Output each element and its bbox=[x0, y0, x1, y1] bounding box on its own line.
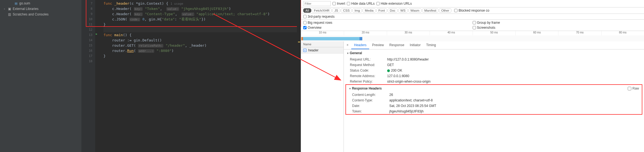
timeline-bars bbox=[301, 35, 644, 41]
section-response-headers-title[interactable]: Response Headers Raw bbox=[346, 85, 642, 92]
doc-icon: ≡ bbox=[303, 49, 307, 52]
scratch-icon: ▥ bbox=[7, 12, 12, 17]
group-by-frame-checkbox[interactable]: Group by frame bbox=[473, 21, 642, 25]
editor-gutter: 7 8 9 10 11 12 13 14 15 16 17 18 bbox=[81, 0, 95, 152]
tab-initiator[interactable]: Initiator bbox=[407, 41, 423, 49]
request-row-header[interactable]: ≡ header bbox=[301, 47, 344, 54]
tab-response[interactable]: Response bbox=[387, 41, 407, 49]
file-go-icon: ▤ bbox=[14, 1, 18, 6]
line-number: 15 bbox=[81, 43, 92, 48]
type-pill-css[interactable]: CSS bbox=[341, 8, 352, 13]
section-response-headers: Content-Length:26 Content-Type:applicati… bbox=[346, 92, 642, 114]
hide-data-urls-checkbox[interactable]: Hide data URLs bbox=[347, 2, 375, 6]
type-pill-font[interactable]: Font bbox=[376, 8, 387, 13]
library-icon: ▣ bbox=[7, 7, 12, 11]
timeline-bar bbox=[360, 37, 362, 40]
filter-input[interactable] bbox=[303, 1, 331, 6]
devtools-3rdparty-row: 3rd-party requests bbox=[301, 14, 644, 20]
code-editor[interactable]: 7 8 9 10 11 12 13 14 15 16 17 18 ▶ func … bbox=[81, 0, 301, 152]
code-line: c.Header( key: "Token", value: "jhgeu%hs… bbox=[103, 6, 297, 11]
editor-scrollbar[interactable] bbox=[297, 0, 301, 152]
type-pill-doc[interactable]: Doc bbox=[388, 8, 398, 13]
close-icon[interactable]: × bbox=[344, 41, 351, 49]
code-line: } bbox=[103, 53, 297, 59]
kv-row: Token:jhgeu%hsg845jUIF83jh bbox=[346, 109, 642, 114]
kv-row: Content-Length:26 bbox=[346, 92, 642, 98]
type-pill-other[interactable]: Other bbox=[439, 8, 451, 13]
code-line: router.Run( addr...: ":8080") bbox=[103, 48, 297, 53]
code-line: func main() { bbox=[103, 32, 297, 38]
code-line: } bbox=[103, 22, 297, 27]
section-general: Request URL:http://127.0.0.1:8080/header… bbox=[344, 57, 644, 84]
code-line bbox=[103, 59, 297, 64]
code-line bbox=[103, 27, 297, 32]
big-request-rows-checkbox[interactable]: Big request rows bbox=[303, 21, 473, 25]
kv-row: Date:Sat, 28 Oct 2023 08:25:54 GMT bbox=[346, 103, 642, 109]
devtools-body: Name ≡ header × Headers Preview Response… bbox=[301, 41, 644, 152]
devtools-panel: Invert Hide data URLs Hide extension URL… bbox=[301, 0, 644, 152]
line-number: 12 bbox=[81, 27, 92, 32]
line-number: 11 bbox=[81, 22, 92, 27]
tree-item-label: Scratches and Consoles bbox=[13, 12, 49, 16]
line-number: 16 bbox=[81, 48, 92, 53]
devtools-filter-bar: Invert Hide data URLs Hide extension URL… bbox=[301, 0, 644, 7]
hide-ext-urls-checkbox[interactable]: Hide extension URLs bbox=[376, 2, 412, 6]
tree-item-go-sum[interactable]: ▤ go.sum bbox=[0, 1, 81, 6]
timeline-bar bbox=[303, 37, 360, 40]
thirdparty-checkbox[interactable]: 3rd-party requests bbox=[303, 15, 334, 19]
invert-checkbox[interactable]: Invert bbox=[332, 2, 345, 6]
tab-timing[interactable]: Timing bbox=[423, 41, 439, 49]
raw-checkbox[interactable]: Raw bbox=[628, 87, 639, 90]
detail-tabs: × Headers Preview Response Initiator Tim… bbox=[344, 41, 644, 49]
tab-headers[interactable]: Headers bbox=[351, 41, 369, 49]
type-pill-img[interactable]: Img bbox=[352, 8, 362, 13]
kv-row: Request URL:http://127.0.0.1:8080/header bbox=[344, 57, 644, 62]
section-general-title[interactable]: General bbox=[344, 49, 644, 57]
kv-row: Request Method:GET bbox=[344, 62, 644, 68]
request-list-header[interactable]: Name bbox=[301, 41, 344, 47]
tree-item-scratches[interactable]: ▥ Scratches and Consoles bbox=[0, 12, 81, 17]
type-pill-manifest[interactable]: Manifest bbox=[422, 8, 438, 13]
type-pill-ws[interactable]: WS bbox=[398, 8, 408, 13]
tree-item-label: External Libraries bbox=[13, 7, 38, 11]
overview-checkbox[interactable]: Overview bbox=[303, 26, 473, 30]
request-list: Name ≡ header bbox=[301, 41, 344, 152]
kv-row: Content-Type:application/text; charset=u… bbox=[346, 98, 642, 103]
kv-row: Referrer Policy:strict-origin-when-cross… bbox=[344, 79, 644, 84]
type-pill-wasm[interactable]: Wasm bbox=[408, 8, 422, 13]
line-number: 13 bbox=[81, 32, 92, 38]
tree-item-label: go.sum bbox=[19, 1, 30, 5]
type-pill-fetch-xhr[interactable]: Fetch/XHR bbox=[312, 8, 332, 13]
project-sidebar: ▤ go.sum › ▣ External Libraries ▥ Scratc… bbox=[0, 0, 81, 152]
screenshots-checkbox[interactable]: Screenshots bbox=[473, 26, 642, 30]
request-detail-pane: × Headers Preview Response Initiator Tim… bbox=[344, 41, 644, 152]
line-number: 10 bbox=[81, 17, 92, 22]
line-number: 7 bbox=[81, 1, 92, 6]
code-line: c.Header( key: "Content-Type", value: "a… bbox=[103, 11, 297, 17]
line-number: 17 bbox=[81, 53, 92, 59]
tree-item-external-libraries[interactable]: › ▣ External Libraries bbox=[0, 6, 81, 12]
type-pill-js[interactable]: JS bbox=[332, 8, 340, 13]
status-dot-icon bbox=[387, 69, 390, 72]
devtools-options: Big request rows Overview Group by frame… bbox=[301, 20, 644, 31]
code-line: router.GET( relativePath: "/header", _he… bbox=[103, 43, 297, 48]
line-number: 9 bbox=[81, 11, 92, 17]
code-area[interactable]: func _header(c *gin.Context) {1 usage c.… bbox=[95, 0, 297, 152]
code-line: router := gin.Default() bbox=[103, 38, 297, 43]
timeline-ticks: 10 ms 20 ms 30 ms 40 ms 50 ms 60 ms 70 m… bbox=[301, 31, 644, 35]
code-line: c.JSON( code: 0, gin.H{"data": "看看响应头"}) bbox=[103, 17, 297, 22]
network-timeline[interactable]: 10 ms 20 ms 30 ms 40 ms 50 ms 60 ms 70 m… bbox=[301, 31, 644, 41]
type-pill-all[interactable]: All bbox=[303, 8, 311, 13]
type-pill-media[interactable]: Media bbox=[363, 8, 376, 13]
kv-row: Remote Address:127.0.0.1:8080 bbox=[344, 73, 644, 79]
devtools-type-filters: All Fetch/XHR JS CSS Img Media Font Doc … bbox=[301, 7, 644, 14]
annotation-box-2: Response Headers Raw Content-Length:26 C… bbox=[345, 84, 642, 115]
request-name: header bbox=[308, 48, 318, 52]
blocked-response-checkbox[interactable]: Blocked response co bbox=[454, 9, 489, 12]
line-number: 8 bbox=[81, 6, 92, 11]
code-line: func _header(c *gin.Context) {1 usage bbox=[103, 1, 297, 6]
chevron-right-icon: › bbox=[4, 7, 7, 11]
line-number: 14 bbox=[81, 38, 92, 43]
kv-row: Status Code:200 OK bbox=[344, 68, 644, 73]
tab-preview[interactable]: Preview bbox=[369, 41, 387, 49]
